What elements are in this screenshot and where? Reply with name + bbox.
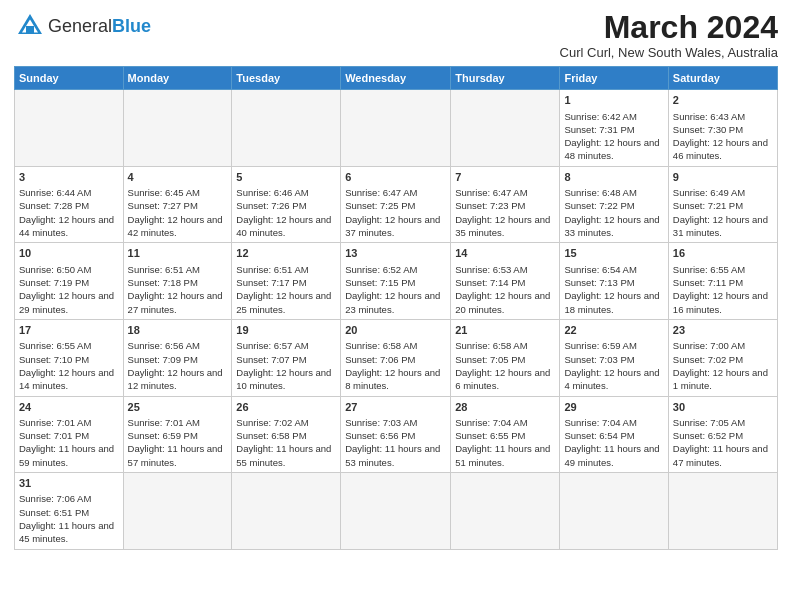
calendar-cell xyxy=(341,473,451,550)
day-info: Sunrise: 7:01 AM Sunset: 7:01 PM Dayligh… xyxy=(19,417,117,468)
day-info: Sunrise: 7:04 AM Sunset: 6:54 PM Dayligh… xyxy=(564,417,662,468)
calendar-cell: 9Sunrise: 6:49 AM Sunset: 7:21 PM Daylig… xyxy=(668,166,777,243)
day-info: Sunrise: 6:51 AM Sunset: 7:17 PM Dayligh… xyxy=(236,264,334,315)
location: Curl Curl, New South Wales, Australia xyxy=(560,45,778,60)
day-info: Sunrise: 7:05 AM Sunset: 6:52 PM Dayligh… xyxy=(673,417,771,468)
day-number: 9 xyxy=(673,170,773,185)
calendar-cell xyxy=(232,473,341,550)
day-number: 2 xyxy=(673,93,773,108)
day-number: 15 xyxy=(564,246,663,261)
day-info: Sunrise: 6:58 AM Sunset: 7:05 PM Dayligh… xyxy=(455,340,553,391)
day-number: 11 xyxy=(128,246,228,261)
weekday-header-monday: Monday xyxy=(123,67,232,90)
day-number: 7 xyxy=(455,170,555,185)
day-number: 23 xyxy=(673,323,773,338)
day-number: 1 xyxy=(564,93,663,108)
day-number: 3 xyxy=(19,170,119,185)
week-row-3: 17Sunrise: 6:55 AM Sunset: 7:10 PM Dayli… xyxy=(15,319,778,396)
calendar-cell: 17Sunrise: 6:55 AM Sunset: 7:10 PM Dayli… xyxy=(15,319,124,396)
day-number: 26 xyxy=(236,400,336,415)
calendar-cell: 27Sunrise: 7:03 AM Sunset: 6:56 PM Dayli… xyxy=(341,396,451,473)
day-number: 30 xyxy=(673,400,773,415)
calendar-cell xyxy=(123,90,232,167)
day-number: 21 xyxy=(455,323,555,338)
weekday-header-sunday: Sunday xyxy=(15,67,124,90)
day-number: 18 xyxy=(128,323,228,338)
day-number: 27 xyxy=(345,400,446,415)
logo-text: GeneralBlue xyxy=(48,16,151,37)
calendar-cell: 3Sunrise: 6:44 AM Sunset: 7:28 PM Daylig… xyxy=(15,166,124,243)
day-info: Sunrise: 6:58 AM Sunset: 7:06 PM Dayligh… xyxy=(345,340,443,391)
day-number: 22 xyxy=(564,323,663,338)
calendar-cell xyxy=(451,90,560,167)
day-info: Sunrise: 6:45 AM Sunset: 7:27 PM Dayligh… xyxy=(128,187,226,238)
calendar-cell: 14Sunrise: 6:53 AM Sunset: 7:14 PM Dayli… xyxy=(451,243,560,320)
day-info: Sunrise: 6:55 AM Sunset: 7:11 PM Dayligh… xyxy=(673,264,771,315)
day-number: 29 xyxy=(564,400,663,415)
calendar-cell: 31Sunrise: 7:06 AM Sunset: 6:51 PM Dayli… xyxy=(15,473,124,550)
week-row-1: 3Sunrise: 6:44 AM Sunset: 7:28 PM Daylig… xyxy=(15,166,778,243)
calendar-cell: 5Sunrise: 6:46 AM Sunset: 7:26 PM Daylig… xyxy=(232,166,341,243)
header-area: GeneralBlue March 2024 Curl Curl, New So… xyxy=(14,10,778,60)
svg-rect-3 xyxy=(26,26,34,34)
calendar-cell xyxy=(668,473,777,550)
calendar-cell xyxy=(560,473,668,550)
day-info: Sunrise: 6:52 AM Sunset: 7:15 PM Dayligh… xyxy=(345,264,443,315)
calendar-cell: 13Sunrise: 6:52 AM Sunset: 7:15 PM Dayli… xyxy=(341,243,451,320)
title-area: March 2024 Curl Curl, New South Wales, A… xyxy=(560,10,778,60)
calendar-cell: 12Sunrise: 6:51 AM Sunset: 7:17 PM Dayli… xyxy=(232,243,341,320)
week-row-2: 10Sunrise: 6:50 AM Sunset: 7:19 PM Dayli… xyxy=(15,243,778,320)
day-info: Sunrise: 6:44 AM Sunset: 7:28 PM Dayligh… xyxy=(19,187,117,238)
day-number: 25 xyxy=(128,400,228,415)
logo-icon xyxy=(14,10,46,42)
day-number: 17 xyxy=(19,323,119,338)
day-info: Sunrise: 7:01 AM Sunset: 6:59 PM Dayligh… xyxy=(128,417,226,468)
calendar-cell: 19Sunrise: 6:57 AM Sunset: 7:07 PM Dayli… xyxy=(232,319,341,396)
calendar-cell: 10Sunrise: 6:50 AM Sunset: 7:19 PM Dayli… xyxy=(15,243,124,320)
day-number: 16 xyxy=(673,246,773,261)
calendar-cell: 24Sunrise: 7:01 AM Sunset: 7:01 PM Dayli… xyxy=(15,396,124,473)
day-number: 31 xyxy=(19,476,119,491)
calendar-cell: 11Sunrise: 6:51 AM Sunset: 7:18 PM Dayli… xyxy=(123,243,232,320)
weekday-header-thursday: Thursday xyxy=(451,67,560,90)
day-info: Sunrise: 7:04 AM Sunset: 6:55 PM Dayligh… xyxy=(455,417,553,468)
day-number: 24 xyxy=(19,400,119,415)
day-info: Sunrise: 6:43 AM Sunset: 7:30 PM Dayligh… xyxy=(673,111,771,162)
day-number: 13 xyxy=(345,246,446,261)
logo: GeneralBlue xyxy=(14,10,151,42)
calendar-cell xyxy=(451,473,560,550)
week-row-4: 24Sunrise: 7:01 AM Sunset: 7:01 PM Dayli… xyxy=(15,396,778,473)
day-info: Sunrise: 6:56 AM Sunset: 7:09 PM Dayligh… xyxy=(128,340,226,391)
day-info: Sunrise: 6:47 AM Sunset: 7:23 PM Dayligh… xyxy=(455,187,553,238)
weekday-header-tuesday: Tuesday xyxy=(232,67,341,90)
weekday-header-wednesday: Wednesday xyxy=(341,67,451,90)
day-info: Sunrise: 7:00 AM Sunset: 7:02 PM Dayligh… xyxy=(673,340,771,391)
calendar-cell: 7Sunrise: 6:47 AM Sunset: 7:23 PM Daylig… xyxy=(451,166,560,243)
day-number: 6 xyxy=(345,170,446,185)
day-number: 12 xyxy=(236,246,336,261)
day-info: Sunrise: 6:48 AM Sunset: 7:22 PM Dayligh… xyxy=(564,187,662,238)
calendar-cell: 16Sunrise: 6:55 AM Sunset: 7:11 PM Dayli… xyxy=(668,243,777,320)
day-info: Sunrise: 6:57 AM Sunset: 7:07 PM Dayligh… xyxy=(236,340,334,391)
day-number: 8 xyxy=(564,170,663,185)
day-info: Sunrise: 6:55 AM Sunset: 7:10 PM Dayligh… xyxy=(19,340,117,391)
day-number: 5 xyxy=(236,170,336,185)
calendar-cell: 29Sunrise: 7:04 AM Sunset: 6:54 PM Dayli… xyxy=(560,396,668,473)
day-info: Sunrise: 6:42 AM Sunset: 7:31 PM Dayligh… xyxy=(564,111,662,162)
weekday-header-saturday: Saturday xyxy=(668,67,777,90)
calendar-cell: 15Sunrise: 6:54 AM Sunset: 7:13 PM Dayli… xyxy=(560,243,668,320)
day-number: 28 xyxy=(455,400,555,415)
day-info: Sunrise: 7:03 AM Sunset: 6:56 PM Dayligh… xyxy=(345,417,443,468)
week-row-5: 31Sunrise: 7:06 AM Sunset: 6:51 PM Dayli… xyxy=(15,473,778,550)
calendar-cell: 25Sunrise: 7:01 AM Sunset: 6:59 PM Dayli… xyxy=(123,396,232,473)
page: GeneralBlue March 2024 Curl Curl, New So… xyxy=(0,0,792,558)
calendar-cell: 6Sunrise: 6:47 AM Sunset: 7:25 PM Daylig… xyxy=(341,166,451,243)
day-info: Sunrise: 7:06 AM Sunset: 6:51 PM Dayligh… xyxy=(19,493,117,544)
day-info: Sunrise: 6:54 AM Sunset: 7:13 PM Dayligh… xyxy=(564,264,662,315)
calendar-cell: 30Sunrise: 7:05 AM Sunset: 6:52 PM Dayli… xyxy=(668,396,777,473)
week-row-0: 1Sunrise: 6:42 AM Sunset: 7:31 PM Daylig… xyxy=(15,90,778,167)
calendar-cell: 23Sunrise: 7:00 AM Sunset: 7:02 PM Dayli… xyxy=(668,319,777,396)
calendar-cell: 1Sunrise: 6:42 AM Sunset: 7:31 PM Daylig… xyxy=(560,90,668,167)
weekday-header-row: SundayMondayTuesdayWednesdayThursdayFrid… xyxy=(15,67,778,90)
weekday-header-friday: Friday xyxy=(560,67,668,90)
